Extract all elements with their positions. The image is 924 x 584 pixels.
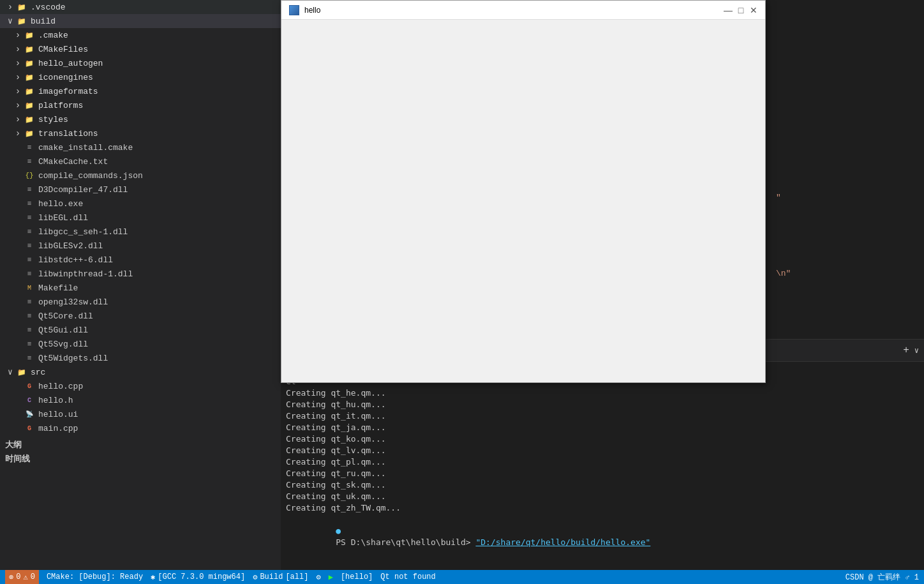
status-cmake[interactable]: CMake: [Debug]: Ready [47, 573, 143, 581]
sidebar-item-translations[interactable]: 📁 translations [0, 126, 281, 140]
sidebar-item-imageformats[interactable]: 📁 imageformats [0, 84, 281, 98]
sidebar-item-label: compile_commands.json [38, 171, 143, 181]
build-all-label: [all] [285, 573, 308, 581]
close-button[interactable]: ✕ [750, 6, 757, 14]
sidebar-item-qt5core[interactable]: ≡ Qt5Core.dll [0, 309, 281, 323]
sidebar-timeline-header: 时间线 [0, 452, 281, 466]
sidebar-item-libwinpthread[interactable]: ≡ libwinpthread-1.dll [0, 267, 281, 281]
sidebar-item-label: translations [38, 129, 98, 139]
sidebar-item-makefile[interactable]: M Makefile [0, 281, 281, 295]
sidebar-item-label: imageformats [38, 87, 98, 96]
terminal-link-exe[interactable]: "D:/share/qt/hello/build/hello.exe" [475, 537, 650, 547]
sidebar-item-cmakefiles[interactable]: 📁 CMakeFiles [0, 42, 281, 56]
sidebar-item-label: hello.h [38, 396, 73, 405]
sidebar-item-qt5widgets[interactable]: ≡ Qt5Widgets.dll [0, 351, 281, 365]
status-gcc[interactable]: ✱ [GCC 7.3.0 mingw64] [151, 573, 245, 582]
terminal-line-qt-hu: Creating qt_hu.qm... [286, 399, 919, 410]
status-errors[interactable]: ⊗ 0 ⚠ 0 [5, 570, 39, 584]
sidebar-item-label: hello_autogen [38, 59, 103, 68]
dll-icon: ≡ [24, 325, 34, 335]
sidebar-item-libgcc[interactable]: ≡ libgcc_s_seh-1.dll [0, 225, 281, 239]
sidebar-item-label: Makefile [38, 283, 78, 293]
sidebar-item-hello-h[interactable]: C hello.h [0, 393, 281, 407]
sidebar-item-cmake-install[interactable]: ≡ cmake_install.cmake [0, 140, 281, 154]
status-settings[interactable]: ⚙ [316, 573, 320, 582]
outline-label: 大纲 [5, 439, 22, 451]
chevron-right-icon [13, 100, 23, 110]
h-icon: C [24, 395, 34, 405]
dll-icon: ≡ [24, 297, 34, 307]
status-build[interactable]: ⚙ Build [all] [253, 573, 308, 582]
sidebar-item-opengl32sw[interactable]: ≡ opengl32sw.dll [0, 295, 281, 309]
sidebar-item-src[interactable]: ∨ 📁 src [0, 365, 281, 379]
sidebar-item-compile-commands[interactable]: {} compile_commands.json [0, 168, 281, 183]
status-run[interactable]: ▶ [329, 573, 333, 582]
build-label: Build [260, 573, 283, 581]
terminal-chevron-button[interactable]: ∨ [914, 346, 919, 356]
sidebar-item-platforms[interactable]: 📁 platforms [0, 98, 281, 112]
hello-window-title: hello [304, 6, 724, 15]
terminal-line-qt-zh-tw: Creating qt_zh_TW.qm... [286, 502, 919, 514]
sidebar-item-main-cpp[interactable]: G main.cpp [0, 421, 281, 435]
minimize-button[interactable]: — [724, 6, 732, 14]
timeline-label: 时间线 [5, 453, 30, 465]
hello-titlebar: hello — □ ✕ [281, 1, 765, 20]
exe-icon: ≡ [24, 198, 34, 209]
makefile-icon: M [24, 283, 34, 293]
sidebar-item-libstdc[interactable]: ≡ libstdc++-6.dll [0, 253, 281, 267]
sidebar-item-d3dcompiler[interactable]: ≡ D3Dcompiler_47.dll [0, 183, 281, 197]
status-hello[interactable]: [hello] [341, 573, 373, 581]
status-csdn: CSDN @ 亡羁绊 ♂ 1 [846, 572, 919, 583]
cpp-icon: G [24, 423, 34, 433]
terminal-dot-blue: ● [336, 526, 341, 535]
terminal-body[interactable]: Cl Cl Creating qt_he.qm... Creating qt_h… [281, 362, 924, 556]
sidebar-item-iconengines[interactable]: 📁 iconengines [0, 70, 281, 84]
folder-icon: 📁 [24, 58, 34, 68]
sidebar-item-build[interactable]: ∨ 📁 build [0, 14, 281, 28]
sidebar-item-hello-cpp[interactable]: G hello.cpp [0, 379, 281, 393]
terminal-line-qt-sk: Creating qt_sk.qm... [286, 479, 919, 491]
sidebar-item-hello-ui[interactable]: 📡 hello.ui [0, 407, 281, 421]
dll-icon: ≡ [24, 353, 34, 363]
chevron-down-icon: ∨ [5, 367, 15, 377]
sidebar-item-libegl[interactable]: ≡ libEGL.dll [0, 211, 281, 225]
dll-icon: ≡ [24, 311, 34, 321]
sidebar-item-label: platforms [38, 101, 83, 110]
folder-icon: 📁 [24, 86, 34, 96]
chevron-right-icon [13, 58, 23, 68]
sidebar: 📁 .vscode ∨ 📁 build 📁 .cmake 📁 CMakeFile… [0, 0, 281, 570]
sidebar-item-libglesv2[interactable]: ≡ libGLESv2.dll [0, 239, 281, 253]
sidebar-item-hello-exe[interactable]: ≡ hello.exe [0, 197, 281, 211]
sidebar-item-styles[interactable]: 📁 styles [0, 112, 281, 126]
sidebar-item-label: libwinpthread-1.dll [38, 269, 133, 279]
folder-icon: 📁 [24, 30, 34, 40]
sidebar-item-cmake-folder[interactable]: 📁 .cmake [0, 28, 281, 42]
json-icon: {} [24, 170, 34, 181]
sidebar-item-label: src [31, 368, 45, 377]
sidebar-item-label: iconengines [38, 73, 93, 82]
spacer [13, 142, 23, 153]
spacer [13, 283, 23, 293]
chevron-right-icon [13, 72, 23, 82]
error-count: 0 [16, 573, 20, 581]
folder-icon: 📁 [24, 128, 34, 139]
add-terminal-button[interactable]: + [903, 345, 909, 356]
sidebar-item-qt5svg[interactable]: ≡ Qt5Svg.dll [0, 337, 281, 351]
sidebar-item-label: Qt5Gui.dll [38, 326, 88, 335]
sidebar-item-label: opengl32sw.dll [38, 297, 108, 307]
spacer [13, 156, 23, 167]
status-qt-not-found: Qt not found [380, 573, 435, 581]
sidebar-item-vscode[interactable]: 📁 .vscode [0, 0, 281, 14]
terminal-line-qt-he: Creating qt_he.qm... [286, 387, 919, 399]
sidebar-item-hello-autogen[interactable]: 📁 hello_autogen [0, 56, 281, 70]
terminal-line-qt-it: Creating qt_it.qm... [286, 410, 919, 422]
cmake-icon: ≡ [24, 142, 34, 153]
sidebar-item-label: Qt5Svg.dll [38, 340, 88, 349]
spacer [13, 353, 23, 363]
spacer [13, 395, 23, 405]
spacer [13, 325, 23, 335]
sidebar-item-cmakecache[interactable]: ≡ CMakeCache.txt [0, 154, 281, 168]
sidebar-item-qt5gui[interactable]: ≡ Qt5Gui.dll [0, 323, 281, 337]
spacer [13, 170, 23, 181]
maximize-button[interactable]: □ [737, 6, 745, 14]
